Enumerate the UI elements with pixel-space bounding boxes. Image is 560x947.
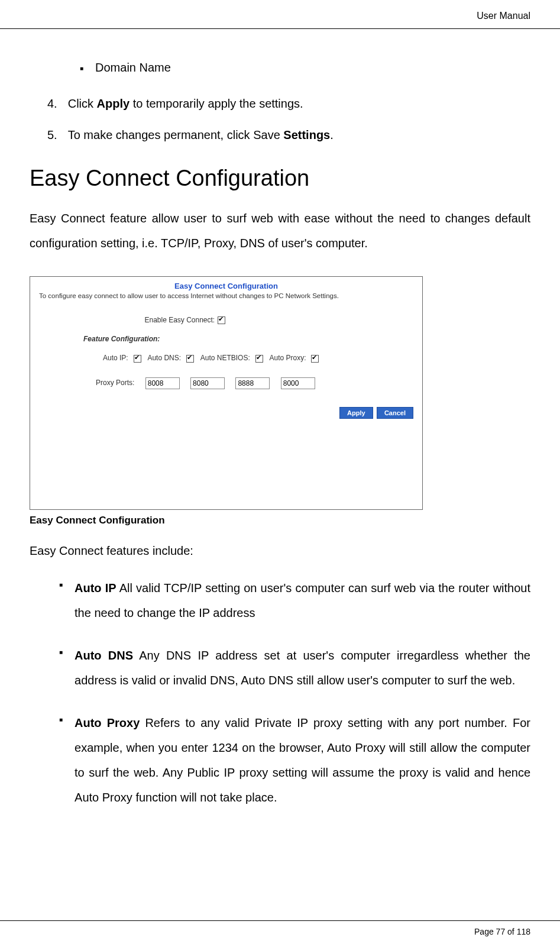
feature-text: Auto DNS Any DNS IP address set at user'…: [75, 643, 530, 693]
proxy-ports-label: Proxy Ports:: [96, 379, 134, 387]
proxy-port-2-input[interactable]: [190, 377, 225, 389]
numbered-list: 4. Click Apply to temporarily apply the …: [47, 97, 530, 142]
sub-bullet-list: ■ Domain Name: [80, 59, 530, 76]
feature-item-auto-proxy: ■ Auto Proxy Refers to any valid Private…: [59, 710, 530, 810]
square-bullet-icon: ■: [59, 649, 63, 655]
proxy-ports-row: Proxy Ports:: [96, 377, 413, 389]
feature-text: Auto IP All valid TCP/IP setting on user…: [75, 576, 530, 625]
feature-list: ■ Auto IP All valid TCP/IP setting on us…: [59, 576, 530, 810]
enable-checkbox-icon[interactable]: [218, 316, 225, 324]
checkbox-row: Auto IP: Auto DNS: Auto NETBIOS: Auto Pr…: [103, 354, 413, 362]
apply-button[interactable]: Apply: [339, 407, 373, 419]
feature-bold: Auto DNS: [75, 649, 133, 662]
step-text: Click Apply to temporarily apply the set…: [68, 97, 303, 111]
step-4: 4. Click Apply to temporarily apply the …: [47, 97, 530, 111]
step-number: 4.: [47, 97, 57, 111]
page-number: Page 77 of 118: [474, 927, 530, 936]
feature-config-label: Feature Configuration:: [83, 335, 413, 343]
bullet-text: Domain Name: [95, 59, 171, 76]
proxy-port-1-input[interactable]: [145, 377, 180, 389]
button-row: Apply Cancel: [39, 407, 413, 419]
settings-bold: Settings: [283, 128, 330, 141]
feature-item-auto-dns: ■ Auto DNS Any DNS IP address set at use…: [59, 643, 530, 693]
cancel-button[interactable]: Cancel: [377, 407, 413, 419]
apply-bold: Apply: [97, 97, 130, 110]
screenshot-title: Easy Connect Configuration: [39, 282, 413, 290]
page-content: ■ Domain Name 4. Click Apply to temporar…: [0, 59, 560, 810]
auto-ip-label: Auto IP:: [103, 354, 128, 362]
screenshot-description: To configure easy connect to allow user …: [39, 292, 413, 299]
section-paragraph: Easy Connect feature allow user to surf …: [30, 206, 530, 256]
bullet-item: ■ Domain Name: [80, 59, 530, 76]
square-bullet-icon: ■: [59, 716, 63, 723]
section-heading: Easy Connect Configuration: [30, 166, 530, 191]
screenshot-caption: Easy Connect Configuration: [30, 515, 530, 526]
square-bullet-icon: ■: [80, 64, 83, 73]
step-5: 5. To make changes permanent, click Save…: [47, 128, 530, 142]
auto-proxy-label: Auto Proxy:: [269, 354, 306, 362]
page-footer: Page 77 of 118: [0, 920, 560, 936]
square-bullet-icon: ■: [59, 581, 63, 588]
feature-text: Auto Proxy Refers to any valid Private I…: [75, 710, 530, 810]
step-text: To make changes permanent, click Save Se…: [68, 128, 334, 142]
step-number: 5.: [47, 128, 57, 142]
auto-proxy-checkbox-icon[interactable]: [311, 355, 319, 363]
auto-netbios-checkbox-icon[interactable]: [255, 355, 263, 363]
feature-bold: Auto Proxy: [75, 716, 140, 729]
enable-label: Enable Easy Connect:: [144, 316, 215, 324]
features-intro: Easy Connect features include:: [30, 544, 530, 558]
auto-netbios-label: Auto NETBIOS:: [200, 354, 250, 362]
page-header: User Manual: [0, 0, 560, 29]
auto-dns-checkbox-icon[interactable]: [186, 355, 194, 363]
header-title: User Manual: [477, 11, 530, 21]
feature-bold: Auto IP: [75, 581, 116, 594]
proxy-port-3-input[interactable]: [235, 377, 270, 389]
feature-item-auto-ip: ■ Auto IP All valid TCP/IP setting on us…: [59, 576, 530, 625]
auto-ip-checkbox-icon[interactable]: [134, 355, 141, 363]
config-screenshot: Easy Connect Configuration To configure …: [30, 276, 423, 510]
enable-row: Enable Easy Connect:: [39, 316, 413, 324]
proxy-port-4-input[interactable]: [281, 377, 315, 389]
auto-dns-label: Auto DNS:: [147, 354, 181, 362]
